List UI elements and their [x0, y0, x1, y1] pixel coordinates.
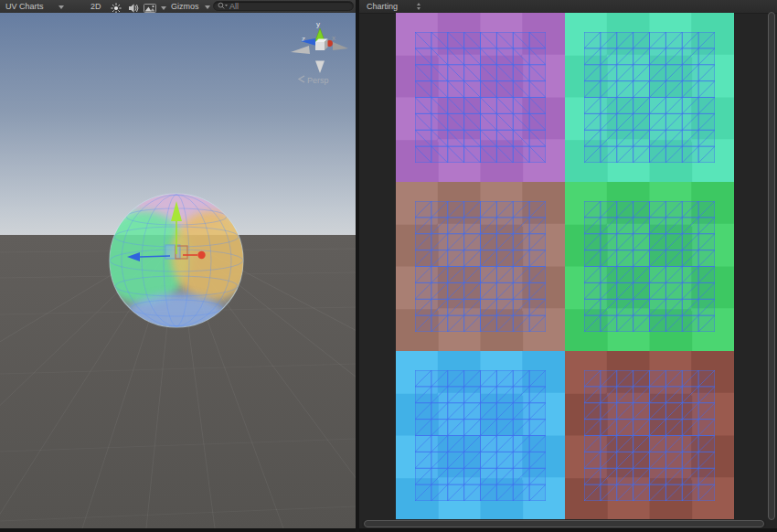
scene-render: y z x Persp	[0, 13, 356, 528]
horizontal-scrollbar[interactable]	[362, 520, 766, 527]
uv-quadrant-violet	[396, 13, 565, 182]
chevron-down-icon	[161, 6, 166, 10]
charting-panel: Charting	[359, 0, 777, 528]
gizmos-dropdown[interactable]: Gizmos	[171, 0, 210, 13]
uv-quadrant-mauve	[396, 182, 565, 351]
charting-title: Charting	[367, 0, 398, 13]
search-icon	[218, 2, 228, 10]
move-gizmo-plane-handle2[interactable]	[176, 246, 187, 259]
chevron-down-icon	[205, 5, 210, 9]
toggle-2d-label: 2D	[90, 2, 101, 11]
sun-icon	[111, 3, 122, 14]
uv-quadrant-sky	[396, 351, 565, 519]
uv-wireframe-grid	[415, 370, 546, 501]
draw-mode-label: UV Charts	[5, 2, 44, 11]
gizmo-center-cube[interactable]	[315, 39, 328, 51]
charting-header: Charting	[359, 0, 777, 14]
speaker-icon	[128, 3, 139, 14]
uv-wireframe-grid	[584, 32, 715, 163]
scene-search-input[interactable]: All	[213, 1, 354, 11]
image-icon	[144, 3, 156, 14]
uv-wireframe-grid	[584, 370, 715, 501]
uv-texture[interactable]	[396, 13, 734, 519]
vertical-scrollbar-thumb[interactable]	[768, 12, 775, 520]
move-gizmo-x-handle[interactable]	[197, 251, 205, 259]
gizmos-label: Gizmos	[171, 2, 199, 11]
axis-y-label: y	[316, 20, 320, 28]
vertical-scrollbar[interactable]	[768, 12, 775, 520]
search-filter-value: All	[229, 2, 239, 11]
uv-quadrant-rust	[565, 351, 734, 519]
uv-wireframe-grid	[415, 201, 546, 332]
uv-wireframe-grid	[415, 32, 546, 163]
uv-quadrant-mint	[565, 13, 734, 182]
move-gizmo-z-axis[interactable]	[140, 256, 170, 257]
uv-wireframe-grid	[584, 201, 715, 332]
scene-effects-button[interactable]	[144, 1, 166, 14]
pane-menu-icon[interactable]	[416, 3, 422, 10]
toggle-2d-button[interactable]: 2D	[90, 0, 101, 13]
scene-toolbar: UV Charts 2D Giz	[0, 0, 357, 14]
projection-label: Persp	[307, 76, 329, 85]
scene-view[interactable]: y z x Persp	[0, 13, 356, 528]
scene-lighting-button[interactable]	[111, 1, 122, 14]
scene-audio-button[interactable]	[128, 1, 139, 14]
draw-mode-dropdown[interactable]: UV Charts	[5, 0, 64, 13]
uv-quadrant-green	[565, 182, 734, 351]
chevron-down-icon	[59, 5, 64, 9]
horizontal-scrollbar-thumb[interactable]	[364, 520, 764, 527]
axis-x-label: x	[332, 34, 335, 42]
